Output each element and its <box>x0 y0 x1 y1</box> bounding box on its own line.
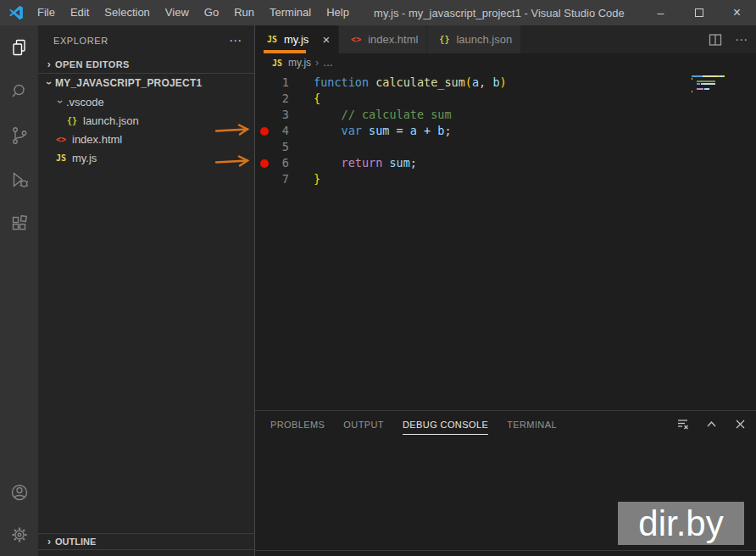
split-editor-icon[interactable] <box>708 32 723 47</box>
code-line-2[interactable]: 2{ <box>255 91 756 107</box>
line-number[interactable]: 7 <box>272 171 289 187</box>
line-number[interactable]: 1 <box>272 75 289 91</box>
line-number[interactable]: 5 <box>272 139 289 155</box>
chevron-right-icon: › <box>315 57 319 69</box>
breakpoint-margin[interactable] <box>255 123 272 139</box>
breakpoint-margin[interactable] <box>255 171 272 187</box>
chevron-down-icon: › <box>54 96 66 108</box>
breakpoint-margin[interactable] <box>255 155 272 171</box>
window-title: my.js - my_javascript_project1 - Visual … <box>357 7 642 19</box>
panel-tab-output[interactable]: OUTPUT <box>343 414 384 435</box>
breakpoint-margin[interactable] <box>255 75 272 91</box>
panel-tab-terminal[interactable]: TERMINAL <box>507 414 557 435</box>
breakpoint-icon[interactable] <box>260 159 269 168</box>
tab-label: index.html <box>368 33 418 46</box>
breadcrumb[interactable]: JS my.js › … <box>255 53 756 72</box>
panel-tab-debug-console[interactable]: DEBUG CONSOLE <box>403 414 488 435</box>
menu-go[interactable]: Go <box>197 0 226 25</box>
js-file-icon: JS <box>54 153 68 163</box>
line-number[interactable]: 4 <box>272 123 289 139</box>
line-number[interactable]: 3 <box>272 107 289 123</box>
tree-item-label: index.html <box>72 133 122 146</box>
panel-tabs: PROBLEMSOUTPUTDEBUG CONSOLETERMINAL <box>270 414 675 435</box>
menu-file[interactable]: File <box>30 0 63 25</box>
source-control-icon[interactable] <box>0 114 38 158</box>
breakpoint-margin[interactable] <box>255 91 272 107</box>
editor-tabs: JSmy.js×<>index.html{}launch.json ⋯ <box>255 25 756 53</box>
maximize-icon[interactable] <box>680 0 718 25</box>
open-editors-section[interactable]: › OPEN EDITORS <box>38 55 254 74</box>
breakpoint-margin[interactable] <box>255 107 272 123</box>
editor-group: JSmy.js×<>index.html{}launch.json ⋯ JS m… <box>254 25 756 556</box>
tree-item-my-js[interactable]: JSmy.js <box>38 148 254 167</box>
minimize-icon[interactable]: – <box>642 0 680 25</box>
code-text: var sum = a + b; <box>289 123 452 139</box>
menu-selection[interactable]: Selection <box>97 0 157 25</box>
close-window-icon[interactable]: × <box>718 0 756 25</box>
menu-edit[interactable]: Edit <box>63 0 97 25</box>
code-line-4[interactable]: 4 var sum = a + b; <box>255 123 756 139</box>
code-text: } <box>289 171 320 187</box>
chevron-right-icon: › <box>43 58 55 70</box>
tree-item-label: my.js <box>72 152 97 164</box>
watermark: dir.by <box>618 502 744 545</box>
close-tab-icon[interactable]: × <box>322 33 330 46</box>
extensions-icon[interactable] <box>0 202 38 246</box>
run-and-debug-icon[interactable] <box>0 158 38 202</box>
menu-terminal[interactable]: Terminal <box>262 0 319 25</box>
code-editor[interactable]: 1function calculate_sum(a, b)2{3 // calc… <box>255 72 756 410</box>
chevron-right-icon: › <box>43 536 55 548</box>
tab-my-js[interactable]: JSmy.js× <box>255 25 339 53</box>
tree-item-label: launch.json <box>83 114 139 127</box>
html-file-icon: <> <box>54 135 68 144</box>
breadcrumb-file[interactable]: my.js <box>288 57 311 69</box>
breadcrumb-symbol[interactable]: … <box>323 57 333 69</box>
html-file-icon: <> <box>349 35 363 44</box>
js-file-icon: JS <box>270 58 284 68</box>
code-line-1[interactable]: 1function calculate_sum(a, b) <box>255 75 756 91</box>
settings-gear-icon[interactable] <box>0 514 38 556</box>
titlebar: FileEditSelectionViewGoRunTerminalHelp m… <box>0 0 756 25</box>
code-line-7[interactable]: 7} <box>255 171 756 187</box>
tab-index-html[interactable]: <>index.html <box>339 25 427 53</box>
window-controls: – × <box>642 0 756 25</box>
search-icon[interactable] <box>0 70 38 114</box>
vscode-window: FileEditSelectionViewGoRunTerminalHelp m… <box>0 0 756 556</box>
sidebar-explorer: EXPLORER ⋯ › OPEN EDITORS › MY_JAVASCRIP… <box>38 25 254 556</box>
menu-bar: FileEditSelectionViewGoRunTerminalHelp <box>30 0 357 25</box>
explorer-icon[interactable] <box>0 25 38 70</box>
tree-item-index-html[interactable]: <>index.html <box>38 130 254 148</box>
minimap[interactable] <box>692 75 742 93</box>
code-text: // calculate sum <box>289 107 452 123</box>
file-tree: ›.vscode{}launch.json<>index.htmlJSmy.js <box>38 92 254 167</box>
tab-label: launch.json <box>456 33 512 46</box>
vscode-logo-icon <box>8 4 25 21</box>
panel-tab-problems[interactable]: PROBLEMS <box>270 414 325 435</box>
explorer-more-actions-icon[interactable]: ⋯ <box>229 33 242 48</box>
tree-item-vscode[interactable]: ›.vscode <box>38 92 254 111</box>
menu-help[interactable]: Help <box>319 0 357 25</box>
tree-item-label: .vscode <box>66 96 104 108</box>
menu-view[interactable]: View <box>158 0 197 25</box>
tab-label: my.js <box>284 33 309 46</box>
menu-run[interactable]: Run <box>226 0 262 25</box>
close-panel-icon[interactable] <box>733 417 748 431</box>
js-file-icon: JS <box>265 35 279 44</box>
code-line-3[interactable]: 3 // calculate sum <box>255 107 756 123</box>
clear-console-icon[interactable] <box>675 417 690 431</box>
line-number[interactable]: 2 <box>272 91 289 107</box>
tree-item-root-folder[interactable]: › MY_JAVASCRIPT_PROJECT1 <box>38 74 254 92</box>
line-number[interactable]: 6 <box>272 155 289 171</box>
sidebar-title: EXPLORER <box>53 36 108 46</box>
breakpoint-margin[interactable] <box>255 139 272 155</box>
tab-launch-json[interactable]: {}launch.json <box>427 25 521 53</box>
code-line-6[interactable]: 6 return sum; <box>255 155 756 171</box>
chevron-down-icon: › <box>43 77 55 89</box>
outline-section[interactable]: › OUTLINE <box>38 533 254 549</box>
tree-item-launch-json[interactable]: {}launch.json <box>38 111 254 130</box>
editor-more-actions-icon[interactable]: ⋯ <box>735 32 748 47</box>
breakpoint-icon[interactable] <box>260 127 269 136</box>
maximize-panel-chevron-icon[interactable] <box>704 417 719 431</box>
accounts-icon[interactable] <box>0 471 38 514</box>
code-line-5[interactable]: 5 <box>255 139 756 155</box>
